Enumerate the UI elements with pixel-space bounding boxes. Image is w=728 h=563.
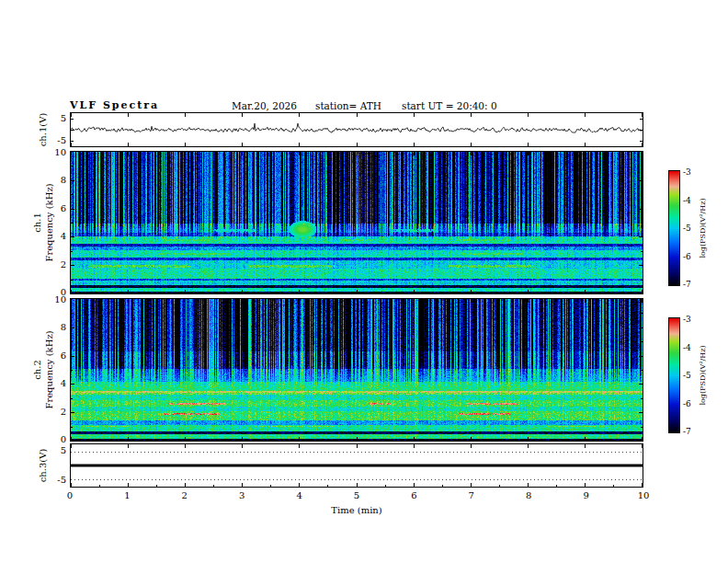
- ch2-spectrogram-canvas: [71, 299, 643, 441]
- colorbar-ch1-tick-label: -5: [683, 224, 691, 233]
- ch2-spectrogram-panel: [70, 298, 643, 442]
- ch2-spectrogram-y-tick-label: 2: [44, 408, 66, 417]
- ch1-voltage-y-tick-label: -5: [44, 136, 66, 145]
- x-tick-label: 9: [583, 491, 588, 500]
- ch2-spectrogram-y-tick-label: 4: [44, 379, 66, 388]
- x-tick-label: 2: [182, 491, 188, 500]
- date-label: Mar.20, 2026: [232, 100, 297, 111]
- station-label: station= ATH: [315, 100, 381, 111]
- colorbar-ch2-label: log(PSD)(V²/Hz): [699, 345, 707, 405]
- x-tick-label: 1: [124, 491, 130, 500]
- colorbar-ch1: [668, 170, 680, 286]
- figure-title: VLF Spectra: [70, 99, 159, 111]
- ch2-spectrogram-frequency-ylabel: Frequency (kHz): [44, 330, 54, 408]
- ch1-spectrogram-y-tick-label: 2: [44, 260, 66, 270]
- colorbar-ch2-tick-label: -7: [683, 428, 691, 436]
- colorbar-ch1-tick-label: -7: [683, 281, 691, 289]
- ch1-voltage-y-tick-label: 5: [44, 114, 66, 123]
- x-tick-label: 3: [239, 491, 245, 500]
- x-tick-label: 4: [296, 491, 301, 500]
- colorbar-ch2-tick-label: -5: [683, 372, 691, 380]
- ch1-spectrogram-panel: [70, 151, 643, 294]
- colorbar-ch1-canvas: [669, 171, 679, 285]
- ch3-voltage-y-tick-label: -5: [44, 476, 66, 485]
- ch1-spectrogram-y-tick-label: 8: [44, 176, 66, 185]
- ch1-spectrogram-y-tick-label: 4: [44, 232, 66, 241]
- x-tick-label: 8: [526, 491, 531, 500]
- colorbar-ch1-tick-label: -3: [683, 168, 691, 177]
- colorbar-ch1-tick-label: -6: [683, 252, 691, 260]
- ch1-spectrogram-y-tick-label: 10: [44, 148, 66, 157]
- ch1-spectrogram-frequency-ylabel: Frequency (kHz): [44, 183, 54, 261]
- vlf-spectra-figure: VLF Spectra Mar.20, 2026 station= ATH st…: [0, 0, 728, 563]
- x-tick-label: 6: [411, 491, 416, 500]
- colorbar-ch2-canvas: [669, 318, 679, 432]
- ch3-voltage-y-tick-label: 5: [44, 446, 66, 455]
- x-axis-title: Time (min): [331, 505, 381, 515]
- x-tick-label: 5: [354, 491, 359, 500]
- ch1-spectrogram-channel-ylabel: ch.1: [32, 213, 42, 233]
- ch1-voltage-panel: [70, 112, 643, 147]
- colorbar-ch2-tick-label: -6: [683, 399, 691, 408]
- ch2-spectrogram-y-tick-label: 6: [44, 351, 66, 361]
- ch1-spectrogram-y-tick-label: 6: [44, 204, 66, 213]
- ch1-voltage-canvas: [71, 113, 643, 146]
- ch2-spectrogram-channel-ylabel: ch.2: [32, 360, 42, 380]
- colorbar-ch1-label: log(PSD)(V²/Hz): [699, 198, 707, 258]
- x-tick-label: 10: [638, 491, 650, 500]
- ch3-voltage-canvas: [71, 444, 643, 487]
- ch2-spectrogram-y-tick-label: 0: [44, 435, 66, 444]
- ch2-spectrogram-y-tick-label: 8: [44, 323, 66, 332]
- colorbar-ch2-tick-label: -3: [683, 316, 691, 324]
- colorbar-ch1-tick-label: -4: [683, 196, 691, 204]
- ch1-spectrogram-canvas: [71, 152, 643, 293]
- ch3-voltage-panel: [70, 443, 643, 488]
- colorbar-ch2: [668, 317, 680, 433]
- x-tick-label: 0: [67, 491, 73, 500]
- colorbar-ch2-tick-label: -4: [683, 343, 691, 351]
- start-ut-label: start UT = 20:40: 0: [402, 100, 497, 111]
- x-tick-label: 7: [469, 491, 474, 500]
- ch2-spectrogram-y-tick-label: 10: [44, 295, 66, 304]
